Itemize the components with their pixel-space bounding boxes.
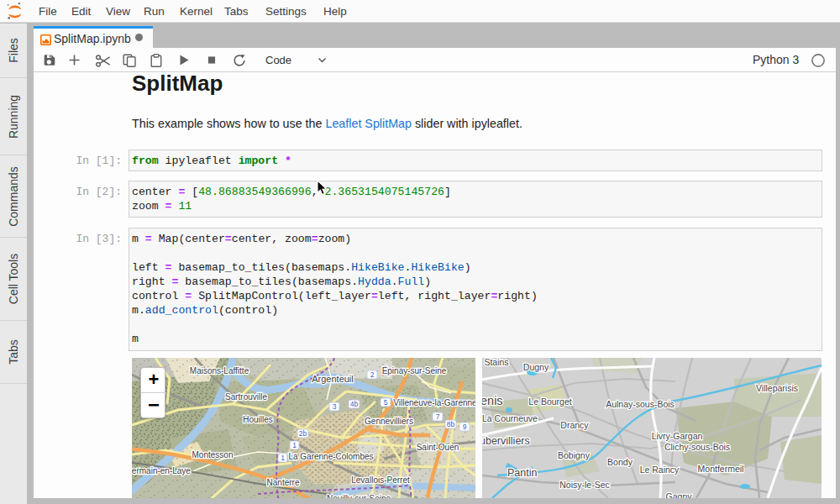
svg-text:Aulnay-sous-Bois: Aulnay-sous-Bois [606,399,675,409]
svg-text:8b: 8b [447,420,455,428]
svg-text:Nanterre: Nanterre [267,478,300,487]
svg-text:ubervilliers: ubervilliers [482,435,530,447]
svg-text:2b: 2b [299,429,307,438]
svg-text:Noisy-le-Sec: Noisy-le-Sec [559,480,610,490]
svg-text:Dugny: Dugny [523,362,549,372]
svg-text:Bobigny: Bobigny [558,450,591,460]
svg-text:9: 9 [463,423,467,431]
svg-text:Houilles: Houilles [243,415,273,424]
svg-text:Clichy-sous-Bois: Clichy-sous-Bois [664,442,730,452]
svg-text:Gennevilliers: Gennevilliers [365,417,413,426]
svg-text:Germain-en-Laye: Germain-en-Laye [132,466,191,475]
svg-text:1: 1 [292,441,297,449]
svg-text:Sartrouville: Sartrouville [225,392,267,402]
svg-text:Épinay-sur-Seine: Épinay-sur-Seine [382,365,447,375]
svg-text:Maisons-Laffitte: Maisons-Laffitte [190,366,249,375]
svg-text:3: 3 [333,402,337,411]
svg-text:Livry-Gargan: Livry-Gargan [652,431,703,441]
svg-text:Montesson: Montesson [192,450,234,459]
svg-text:Argenteuil: Argenteuil [312,374,354,384]
svg-text:Saint-Ouen: Saint-Ouen [417,443,459,452]
svg-text:Villeneuve-la-Garenne: Villeneuve-la-Garenne [393,398,475,407]
svg-text:La Garenne-Colombes: La Garenne-Colombes [288,452,373,461]
svg-text:La Courneuve: La Courneuve [482,413,538,423]
svg-text:Neuilly-sur-Seine: Neuilly-sur-Seine [327,494,391,498]
svg-text:Le Bourget: Le Bourget [528,396,571,407]
svg-text:Montfermeil: Montfermeil [698,464,744,474]
svg-text:Le Raincy: Le Raincy [640,465,680,475]
svg-text:2: 2 [370,370,375,379]
svg-text:Villeparisis: Villeparisis [756,383,798,393]
svg-text:Stains: Stains [484,358,508,367]
svg-text:Levallois-Perret: Levallois-Perret [351,475,410,485]
svg-text:4b: 4b [350,400,359,408]
svg-text:7: 7 [436,412,440,421]
svg-text:Drancy: Drancy [560,420,589,430]
svg-text:1: 1 [281,454,285,462]
svg-text:enis: enis [482,394,503,407]
svg-text:5: 5 [384,398,388,407]
svg-text:Bondy: Bondy [607,457,633,467]
svg-text:Pantin: Pantin [507,467,537,479]
svg-text:Gagny: Gagny [666,491,693,498]
